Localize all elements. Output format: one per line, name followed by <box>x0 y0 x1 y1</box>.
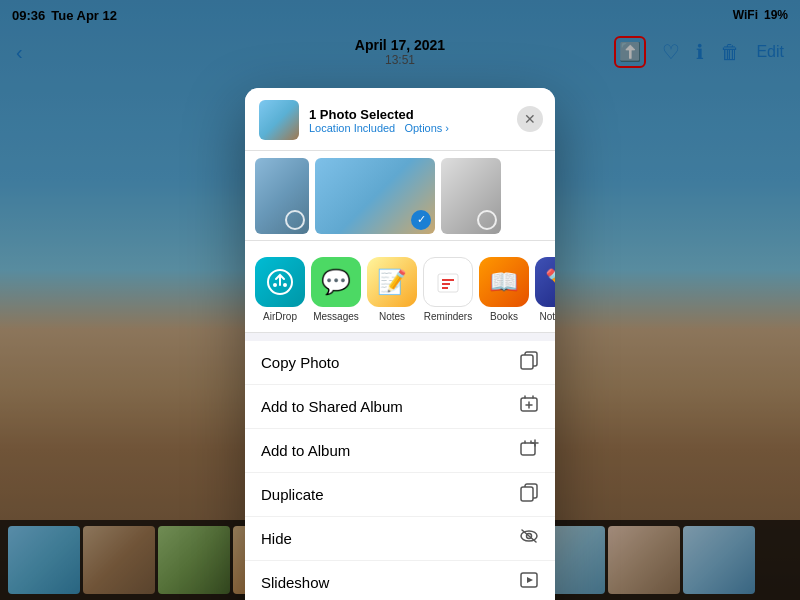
books-label: Books <box>490 311 518 322</box>
reminders-label: Reminders <box>424 311 472 322</box>
notes-icon: 📝 <box>367 257 417 307</box>
action-add-album[interactable]: Add to Album <box>245 429 555 473</box>
sheet-title: 1 Photo Selected <box>309 107 449 122</box>
selection-circle-3 <box>477 210 497 230</box>
duplicate-label: Duplicate <box>261 486 324 503</box>
action-copy-photo[interactable]: Copy Photo <box>245 341 555 385</box>
photo-thumb-3 <box>441 158 501 234</box>
sheet-thumbnail <box>259 100 299 140</box>
photo-thumb-1 <box>255 158 309 234</box>
sheet-header: 1 Photo Selected Location Included Optio… <box>245 88 555 151</box>
add-shared-album-icon <box>519 394 539 419</box>
app-notes[interactable]: 📝 Notes <box>367 257 417 322</box>
notability-label: Notability <box>539 311 555 322</box>
add-album-icon <box>519 438 539 463</box>
messages-label: Messages <box>313 311 359 322</box>
app-reminders[interactable]: Reminders <box>423 257 473 322</box>
action-list: Copy Photo Add to Shared Album Add to Al… <box>245 341 555 600</box>
app-notability[interactable]: ✏️ Notability <box>535 257 555 322</box>
sheet-subtitle: Location Included Options › <box>309 122 449 134</box>
action-hide[interactable]: Hide <box>245 517 555 561</box>
app-books[interactable]: 📖 Books <box>479 257 529 322</box>
notes-label: Notes <box>379 311 405 322</box>
location-label: Location Included <box>309 122 395 134</box>
app-icons-row: AirDrop 💬 Messages 📝 Notes Reminders 📖 <box>245 241 555 333</box>
copy-photo-label: Copy Photo <box>261 354 339 371</box>
copy-photo-icon <box>519 350 539 375</box>
duplicate-icon <box>519 482 539 507</box>
svg-marker-17 <box>527 577 533 583</box>
photo-thumb-2: ✓ <box>315 158 435 234</box>
hide-label: Hide <box>261 530 292 547</box>
sheet-photos: ✓ <box>245 151 555 241</box>
options-link[interactable]: Options › <box>404 122 449 134</box>
share-sheet: 1 Photo Selected Location Included Optio… <box>245 88 555 600</box>
hide-icon <box>519 526 539 551</box>
action-slideshow[interactable]: Slideshow <box>245 561 555 600</box>
svg-rect-10 <box>521 443 535 455</box>
add-shared-album-label: Add to Shared Album <box>261 398 403 415</box>
selection-circle-1 <box>285 210 305 230</box>
slideshow-icon <box>519 570 539 595</box>
app-airdrop[interactable]: AirDrop <box>255 257 305 322</box>
selection-check-2: ✓ <box>411 210 431 230</box>
sheet-header-text: 1 Photo Selected Location Included Optio… <box>309 107 449 134</box>
app-messages[interactable]: 💬 Messages <box>311 257 361 322</box>
reminders-icon <box>423 257 473 307</box>
notability-icon: ✏️ <box>535 257 555 307</box>
airdrop-icon <box>255 257 305 307</box>
airdrop-label: AirDrop <box>263 311 297 322</box>
messages-icon: 💬 <box>311 257 361 307</box>
svg-rect-12 <box>521 487 533 501</box>
svg-point-1 <box>273 283 277 287</box>
add-album-label: Add to Album <box>261 442 350 459</box>
svg-rect-8 <box>521 355 533 369</box>
slideshow-label: Slideshow <box>261 574 329 591</box>
svg-point-2 <box>283 283 287 287</box>
action-duplicate[interactable]: Duplicate <box>245 473 555 517</box>
close-button[interactable]: ✕ <box>517 106 543 132</box>
books-icon: 📖 <box>479 257 529 307</box>
action-add-shared-album[interactable]: Add to Shared Album <box>245 385 555 429</box>
